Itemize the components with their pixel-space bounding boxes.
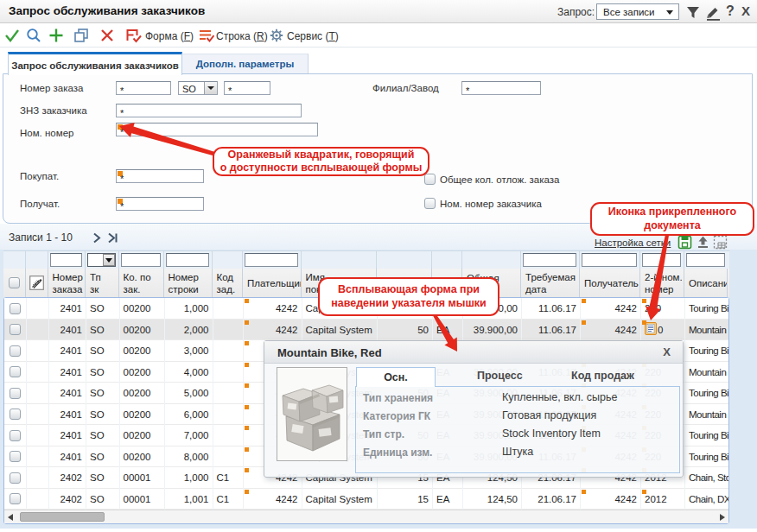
table-row[interactable]: 2402SO000011,001C14242Capital System15EA… [4, 489, 728, 510]
cell-select[interactable] [4, 467, 27, 489]
popup-tab-main[interactable]: Осн. [356, 367, 436, 387]
popup-tab-sales-code[interactable]: Код продаж [571, 370, 634, 382]
column-header-label: 2-й ном. номер [645, 271, 684, 295]
row-checkbox[interactable] [10, 345, 21, 357]
backorder-qty-checkbox[interactable] [424, 174, 436, 185]
branch-plant-label: Филиал/Завод [372, 83, 439, 93]
tools-menu-button[interactable]: Сервис (T) [287, 30, 339, 42]
popup-tab-process[interactable]: Процесс [477, 370, 523, 382]
product-photo [277, 367, 347, 461]
cell-select[interactable] [4, 404, 27, 426]
row-checkbox[interactable] [10, 324, 21, 335]
column-header-description[interactable]: Описание [684, 269, 728, 297]
column-header-payer[interactable]: Плательщик [243, 269, 302, 297]
item-number-input[interactable]: * [116, 123, 318, 136]
row-menu-button[interactable]: Строка (R) [216, 30, 268, 42]
row-menu-icon[interactable] [198, 28, 213, 43]
tab-customer-service-inquiry[interactable]: Запрос обслуживания заказчиков [8, 52, 182, 75]
cell-order_co: 00200 [120, 320, 165, 341]
column-header-order_no[interactable]: Номер заказа [48, 269, 86, 297]
cell-value: 11.06.17 [538, 303, 576, 314]
cell-select[interactable] [4, 383, 27, 404]
cell-buyer_name: Capital System [302, 320, 378, 341]
row-checkbox[interactable] [10, 430, 21, 441]
tabstrip: Запрос обслуживания заказчиков Дополн. п… [0, 48, 757, 74]
chevron-down-icon[interactable] [204, 82, 217, 94]
search-icon[interactable] [26, 28, 41, 43]
help-icon[interactable]: ? [726, 3, 741, 19]
horizontal-scrollbar[interactable] [4, 510, 728, 523]
row-edit-pencil-icon[interactable] [29, 276, 44, 290]
recipient-input[interactable]: * [116, 197, 204, 211]
last-page-icon[interactable] [107, 231, 119, 243]
filter-input-recipient[interactable] [582, 253, 637, 267]
customer-po-input[interactable]: * [116, 104, 302, 117]
scroll-right-icon[interactable] [720, 514, 725, 521]
grid-settings-link[interactable]: Настройка сетки [595, 238, 671, 248]
confirm-check-icon[interactable] [4, 28, 20, 43]
column-header-order_co[interactable]: Ко. по зак. [119, 269, 164, 297]
filter-select-order_type[interactable] [87, 253, 116, 267]
cell-select[interactable] [4, 446, 27, 468]
import-grid-icon[interactable] [696, 235, 710, 250]
cell-value: SO [90, 452, 105, 462]
filter-input-order_co[interactable] [121, 253, 161, 267]
close-icon[interactable]: X [741, 3, 757, 19]
next-page-icon[interactable] [92, 231, 104, 243]
filter-input-line_no[interactable] [166, 253, 209, 267]
cell-attachment [27, 489, 49, 510]
order-number-input[interactable]: * [116, 81, 171, 95]
column-header-recipient[interactable]: Получатель [580, 269, 640, 297]
cell-select[interactable] [4, 425, 27, 446]
cell-select[interactable] [4, 340, 27, 362]
filter-input-alt_item[interactable] [642, 253, 681, 267]
export-grid-icon[interactable] [677, 235, 692, 250]
cell-select[interactable] [4, 298, 27, 320]
column-header-task_code[interactable]: Код зад. [213, 269, 244, 297]
column-header-line_no[interactable]: Номер строки [164, 269, 213, 297]
row-checkbox[interactable] [10, 303, 21, 314]
cell-select[interactable] [4, 489, 27, 510]
popup-close-icon[interactable]: X [663, 345, 671, 358]
customer-item-checkbox[interactable] [424, 198, 436, 209]
select-all-checkbox[interactable] [9, 277, 20, 288]
highlight-pencil-icon[interactable] [705, 5, 721, 21]
cell-value: Touring Bi [689, 430, 728, 440]
tools-menu-icon[interactable] [269, 28, 284, 43]
row-checkbox[interactable] [10, 493, 21, 504]
row-checkbox[interactable] [10, 472, 21, 484]
add-icon[interactable] [48, 28, 64, 43]
scroll-left-icon[interactable] [8, 514, 13, 521]
form-menu-icon[interactable] [124, 28, 142, 43]
order-number-input2[interactable]: * [224, 81, 270, 95]
form-menu-button[interactable]: Форма (F) [145, 30, 194, 42]
filter-cell-payer [243, 251, 302, 269]
branch-plant-input[interactable]: * [461, 81, 541, 95]
filter-input-order_no[interactable] [50, 253, 83, 267]
filter-input-req_date[interactable] [523, 253, 576, 267]
column-header-req_date[interactable]: Требуемая дата [521, 269, 580, 297]
filter-input-description[interactable] [686, 253, 725, 267]
cell-select[interactable] [4, 362, 27, 383]
chevron-down-icon[interactable] [103, 254, 115, 266]
table-row[interactable]: 2401SO002002,0004242Capital System50EA39… [4, 320, 728, 341]
row-checkbox[interactable] [10, 408, 21, 420]
cell-select[interactable] [4, 320, 27, 341]
copy-icon[interactable] [73, 28, 89, 43]
delete-icon[interactable] [99, 28, 115, 43]
column-header-order_type[interactable]: Тп зк [86, 269, 119, 297]
attachment-icon[interactable] [645, 322, 658, 337]
records-count: Записи 1 - 10 [9, 231, 73, 244]
row-checkbox[interactable] [10, 366, 21, 377]
tab-additional-parameters[interactable]: Дополн. параметры [182, 54, 309, 74]
filter-icon[interactable] [685, 5, 701, 21]
order-type-select[interactable]: SO [178, 81, 218, 95]
row-checkbox[interactable] [10, 451, 21, 462]
customize-grid-icon[interactable] [713, 235, 728, 250]
row-checkbox[interactable] [10, 388, 21, 399]
query-select[interactable]: Все записи [596, 3, 679, 20]
filter-input-payer[interactable] [245, 253, 298, 267]
scrollbar-thumb[interactable] [20, 512, 105, 522]
column-header-alt_item[interactable]: 2-й ном. номер [640, 269, 684, 297]
buyer-input[interactable]: * [116, 169, 204, 183]
